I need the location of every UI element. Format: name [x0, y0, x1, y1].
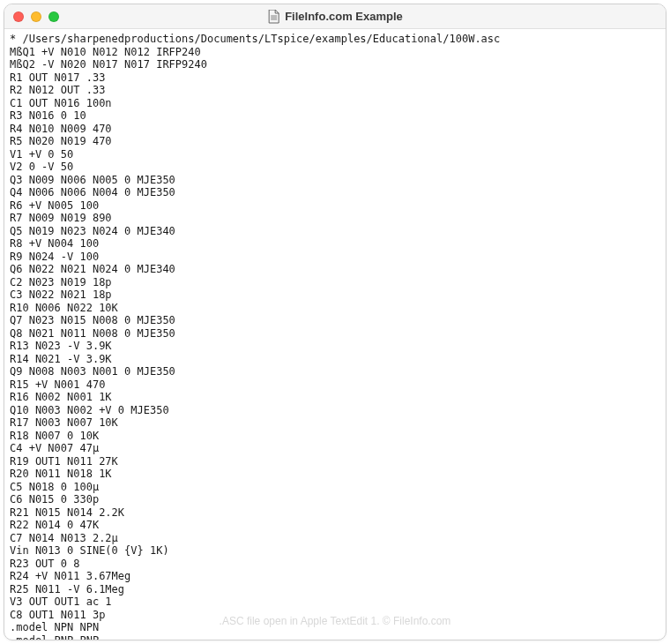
traffic-lights [13, 11, 59, 22]
title-container: FileInfo.com Example [267, 10, 403, 24]
maximize-button[interactable] [48, 11, 59, 22]
window-frame: FileInfo.com Example * /Users/sharpenedp… [4, 4, 666, 640]
titlebar[interactable]: FileInfo.com Example [4, 4, 666, 29]
window-title: FileInfo.com Example [285, 10, 403, 23]
close-button[interactable] [13, 11, 24, 22]
document-icon [267, 10, 279, 24]
minimize-button[interactable] [31, 11, 41, 22]
text-content[interactable]: * /Users/sharpenedproductions/Documents/… [4, 29, 666, 640]
